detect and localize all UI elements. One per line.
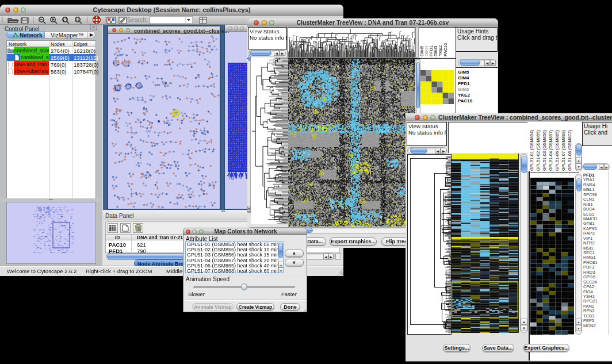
svg-text:Search:: Search: (127, 16, 148, 23)
svg-text:1:1: 1:1 (76, 18, 80, 21)
